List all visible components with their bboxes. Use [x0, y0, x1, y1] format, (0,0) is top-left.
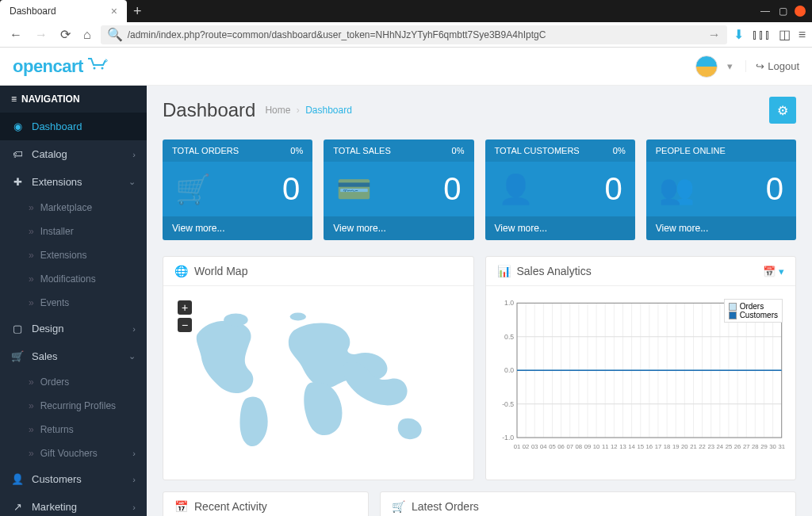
svg-point-0 — [93, 67, 95, 70]
menu-icon[interactable]: ≡ — [799, 28, 806, 42]
go-arrow-icon[interactable]: → — [708, 28, 721, 42]
sidebar-item-catalog[interactable]: 🏷Catalog› — [0, 140, 147, 168]
chart-icon: 📊 — [497, 265, 511, 277]
svg-text:05: 05 — [549, 443, 556, 450]
world-map-panel: 🌐 World Map + − — [163, 256, 474, 480]
sidebar-item-marketing[interactable]: ↗Marketing› — [0, 493, 147, 516]
svg-text:23: 23 — [707, 443, 714, 450]
svg-text:06: 06 — [557, 443, 565, 450]
svg-text:30: 30 — [769, 443, 776, 450]
world-map[interactable]: + − — [173, 296, 464, 470]
stat-tile: TOTAL ORDERS0% 🛒0 View more... — [163, 140, 312, 240]
url-text: /admin/index.php?route=common/dashboard&… — [128, 29, 708, 40]
users-icon: 👥 — [659, 173, 695, 206]
stat-tile: TOTAL SALES0% 💳0 View more... — [324, 140, 473, 240]
user-dropdown[interactable]: ▾ — [727, 60, 746, 72]
logo-text: opencart — [13, 56, 83, 77]
settings-button[interactable]: ⚙ — [769, 97, 796, 124]
chevron-icon: › — [132, 324, 136, 334]
svg-text:08: 08 — [575, 443, 582, 450]
sidebar-item-dashboard[interactable]: ◉Dashboard — [0, 113, 147, 140]
cart-icon: 🛒 — [175, 173, 211, 206]
sidebar: ≡ NAVIGATION ◉Dashboard🏷Catalog›✚Extensi… — [0, 86, 147, 516]
view-more-link[interactable]: View more... — [485, 216, 635, 240]
sidebar-subitem-extensions[interactable]: Extensions — [0, 243, 147, 267]
sidebar-subitem-gift-vouchers[interactable]: Gift Vouchers› — [0, 441, 147, 465]
breadcrumb: Home › Dashboard — [265, 105, 351, 116]
card-icon: 💳 — [336, 173, 372, 206]
reload-button[interactable]: ⟳ — [57, 25, 74, 44]
sidebar-toggle-icon[interactable]: ◫ — [779, 27, 791, 42]
chevron-icon: › — [132, 150, 136, 159]
svg-text:16: 16 — [645, 443, 653, 450]
sidebar-item-extensions[interactable]: ✚Extensions⌄ — [0, 168, 147, 196]
svg-text:21: 21 — [690, 443, 697, 450]
world-map-svg — [173, 296, 464, 470]
logo[interactable]: opencart — [13, 56, 110, 77]
sidebar-subitem-marketplace[interactable]: Marketplace — [0, 196, 147, 220]
sidebar-subitem-orders[interactable]: Orders — [0, 370, 147, 394]
svg-text:10: 10 — [592, 443, 599, 450]
svg-text:27: 27 — [742, 443, 749, 450]
breadcrumb-home[interactable]: Home — [265, 105, 290, 116]
logout-label: Logout — [768, 60, 799, 72]
svg-text:14: 14 — [628, 443, 635, 450]
sidebar-subitem-events[interactable]: Events — [0, 291, 147, 315]
calendar-dropdown[interactable]: 📅 ▾ — [763, 266, 784, 277]
back-button[interactable]: ← — [6, 26, 25, 44]
nav-icon: ▢ — [11, 323, 24, 334]
latest-orders-panel: 🛒 Latest Orders Order IDCustomerStatusDa… — [380, 491, 796, 516]
new-tab-button[interactable]: + — [127, 3, 148, 20]
svg-text:0.5: 0.5 — [504, 333, 514, 341]
url-input[interactable]: 🔍 /admin/index.php?route=common/dashboar… — [101, 25, 727, 44]
nav-icon: ◉ — [11, 120, 24, 132]
sidebar-item-sales[interactable]: 🛒Sales⌄ — [0, 342, 147, 370]
logout-button[interactable]: ↪ Logout — [756, 60, 799, 72]
sidebar-subitem-installer[interactable]: Installer — [0, 220, 147, 243]
nav-icon: 🏷 — [11, 148, 24, 160]
tab-close-icon[interactable]: × — [111, 5, 117, 17]
hamburger-icon[interactable]: ≡ — [11, 94, 17, 105]
recent-activity-panel: 📅 Recent Activity No results! — [163, 491, 369, 516]
url-bar: ← → ⟳ ⌂ 🔍 /admin/index.php?route=common/… — [0, 22, 812, 48]
svg-text:22: 22 — [699, 443, 706, 450]
zoom-in-button[interactable]: + — [178, 300, 192, 315]
sidebar-item-customers[interactable]: 👤Customers› — [0, 465, 147, 493]
avatar[interactable] — [695, 55, 718, 78]
svg-text:07: 07 — [566, 443, 573, 450]
forward-button[interactable]: → — [32, 26, 51, 44]
breadcrumb-current[interactable]: Dashboard — [305, 105, 352, 116]
maximize-button[interactable]: ▢ — [777, 6, 788, 17]
svg-text:13: 13 — [619, 443, 626, 450]
search-icon: 🔍 — [107, 27, 123, 42]
library-icon[interactable]: ⫿⫿⫿ — [752, 28, 771, 42]
page-header: Dashboard Home › Dashboard ⚙ — [147, 86, 812, 135]
logout-icon: ↪ — [756, 60, 764, 72]
svg-text:19: 19 — [672, 443, 679, 450]
stat-tile: TOTAL CUSTOMERS0% 👤0 View more... — [485, 140, 635, 240]
svg-text:18: 18 — [663, 443, 670, 450]
svg-text:02: 02 — [522, 443, 529, 450]
svg-text:01: 01 — [513, 443, 520, 450]
download-icon[interactable]: ⬇ — [733, 27, 744, 42]
stat-tile: PEOPLE ONLINE 👥0 View more... — [646, 140, 796, 240]
view-more-link[interactable]: View more... — [646, 216, 796, 240]
app-header: opencart ▾ ↪ Logout — [0, 48, 812, 86]
close-window-button[interactable] — [795, 6, 806, 17]
sidebar-subitem-recurring-profiles[interactable]: Recurring Profiles — [0, 394, 147, 418]
view-more-link[interactable]: View more... — [163, 216, 312, 240]
svg-text:26: 26 — [733, 443, 741, 450]
cart-icon: 🛒 — [392, 500, 405, 513]
minimize-button[interactable]: — — [760, 6, 771, 17]
zoom-out-button[interactable]: − — [178, 318, 192, 332]
browser-tab[interactable]: Dashboard × — [0, 0, 127, 22]
sidebar-subitem-modifications[interactable]: Modifications — [0, 267, 147, 291]
svg-text:11: 11 — [601, 443, 608, 450]
sidebar-item-design[interactable]: ▢Design› — [0, 315, 147, 342]
home-button[interactable]: ⌂ — [80, 26, 94, 44]
view-more-link[interactable]: View more... — [324, 216, 473, 240]
browser-chrome: Dashboard × + — ▢ ← → ⟳ ⌂ 🔍 /admin/index… — [0, 0, 812, 48]
sidebar-subitem-returns[interactable]: Returns — [0, 418, 147, 441]
chart-legend: Orders Customers — [724, 299, 783, 323]
orders-title: Latest Orders — [412, 500, 479, 513]
